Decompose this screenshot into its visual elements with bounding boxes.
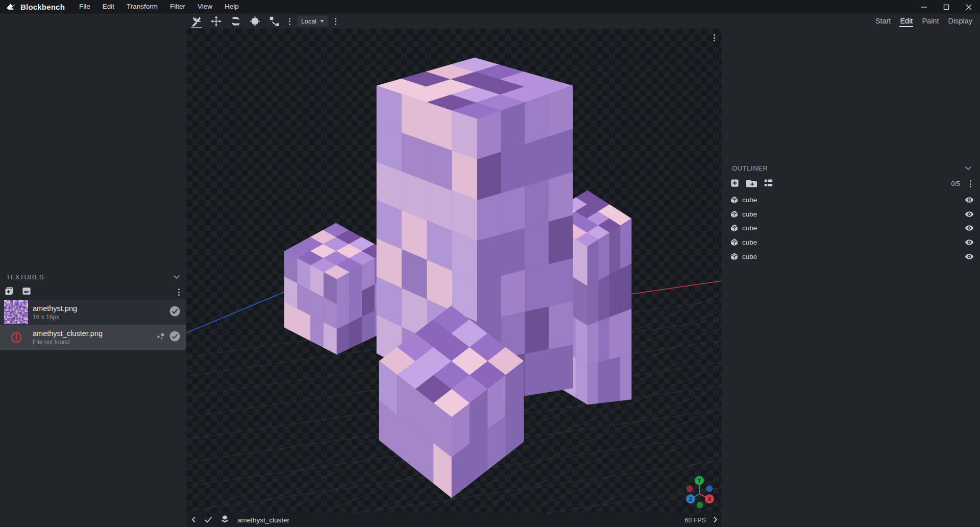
texture-row-icons (169, 306, 180, 319)
tab-display[interactable]: Display (943, 15, 977, 28)
transform-gizmo-tool-button[interactable] (189, 14, 204, 28)
texture-thumbnail (4, 300, 28, 324)
outliner-item-label: cube (742, 238, 757, 246)
toolbar-customize-menu-icon[interactable] (332, 15, 339, 28)
cube-icon (730, 196, 739, 204)
add-group-button[interactable] (746, 178, 757, 190)
menu-edit[interactable]: Edit (97, 0, 119, 14)
texture-list: amethyst.png16 x 16pxamethyst_cluster.pn… (0, 300, 186, 350)
transform-space-value: Local (301, 18, 316, 25)
pivot-tool-button[interactable] (247, 14, 262, 28)
texture-detail: 16 x 16px (33, 314, 77, 321)
menu-transform[interactable]: Transform (121, 0, 163, 14)
menu-file[interactable]: File (74, 0, 95, 14)
blockbench-logo-icon (6, 3, 16, 11)
outliner-panel-menu-icon[interactable] (967, 178, 974, 190)
texture-enabled-check-icon[interactable] (169, 306, 180, 319)
create-texture-button[interactable] (21, 286, 32, 298)
visibility-eye-icon[interactable] (965, 253, 974, 260)
svg-text:Z: Z (689, 496, 692, 502)
particle-texture-icon[interactable] (156, 332, 165, 343)
import-texture-button[interactable] (4, 286, 14, 298)
outliner-item-label: cube (742, 253, 757, 260)
textures-panel-title: TEXTURES (6, 273, 44, 281)
toolbar-overflow-menu-icon[interactable] (286, 15, 293, 28)
outliner-item-label: cube (742, 210, 757, 218)
texture-meta: amethyst.png16 x 16px (33, 304, 77, 321)
texture-enabled-check-icon[interactable] (169, 331, 180, 344)
right-panel: OUTLINER 0/5 cubecu (722, 29, 980, 527)
outliner-panel-header[interactable]: OUTLINER (726, 161, 978, 175)
textures-panel-menu-icon[interactable] (175, 286, 182, 298)
statusbar: amethyst_cluster 60 FPS (186, 513, 722, 527)
outliner-row-cube[interactable]: cube (726, 249, 978, 264)
tab-start[interactable]: Start (871, 15, 896, 28)
minimize-button[interactable] (913, 0, 935, 14)
chevron-down-icon[interactable] (965, 164, 972, 172)
chevron-down-icon (320, 20, 324, 22)
textures-toolbar (0, 284, 186, 300)
texture-detail: File not found (33, 339, 103, 346)
rotate-tool-button[interactable] (228, 14, 243, 28)
outliner-item-label: cube (742, 196, 757, 204)
selection-counter: 0/5 (951, 180, 960, 187)
visibility-eye-icon[interactable] (965, 239, 974, 246)
visibility-eye-icon[interactable] (965, 225, 974, 231)
menu-filter[interactable]: Filter (165, 0, 190, 14)
main-toolbar: Local (189, 14, 339, 29)
texture-row-icons (156, 331, 180, 344)
titlebar: Blockbench FileEditTransformFilterViewHe… (0, 0, 980, 14)
top-toolbar-strip: Local StartEditPaintDisplay (0, 14, 980, 29)
app-title: Blockbench (20, 3, 65, 11)
texture-meta: amethyst_cluster.pngFile not found (33, 329, 103, 346)
cube-icon (730, 252, 739, 261)
cube-icon (730, 210, 739, 219)
outliner-panel-title: OUTLINER (732, 164, 768, 172)
model-format-icon[interactable] (220, 515, 229, 525)
viewport-menu-icon[interactable] (710, 32, 718, 44)
outliner-row-cube[interactable]: cube (726, 193, 978, 207)
outliner-toolbar: 0/5 (726, 177, 978, 191)
close-button[interactable] (958, 0, 980, 14)
vertex-snap-tool-button[interactable] (266, 14, 282, 28)
sidebar-expand-right-icon[interactable] (713, 516, 718, 525)
outliner-list: cubecubecubecubecube (726, 193, 978, 264)
menu-help[interactable]: Help (219, 0, 244, 14)
tab-edit[interactable]: Edit (895, 15, 917, 28)
svg-text:X: X (708, 496, 712, 502)
model-name[interactable]: amethyst_cluster (237, 516, 289, 524)
texture-name: amethyst_cluster.png (33, 329, 103, 338)
mode-tabs: StartEditPaintDisplay (871, 14, 977, 29)
validation-check-icon[interactable] (204, 516, 212, 525)
sidebar-collapse-left-icon[interactable] (191, 516, 196, 525)
transform-space-dropdown[interactable]: Local (297, 16, 328, 27)
texture-error-icon (4, 325, 28, 349)
visibility-eye-icon[interactable] (965, 197, 974, 203)
window-controls (913, 0, 980, 14)
menu-view[interactable]: View (192, 0, 217, 14)
maximize-button[interactable] (935, 0, 958, 14)
visibility-eye-icon[interactable] (965, 211, 974, 218)
move-tool-button[interactable] (208, 14, 224, 28)
model-scene: YXZ (186, 29, 722, 513)
outliner-item-label: cube (742, 224, 757, 232)
texture-row[interactable]: amethyst_cluster.pngFile not found (0, 325, 186, 350)
left-panel: TEXTURES amethyst.png16 x 16pxamethyst_c… (0, 29, 186, 527)
fps-counter: 60 FPS (684, 517, 706, 524)
outliner-row-cube[interactable]: cube (726, 221, 978, 235)
svg-text:Y: Y (698, 478, 701, 484)
add-cube-button[interactable] (730, 178, 740, 190)
menubar: FileEditTransformFilterViewHelp (74, 0, 244, 14)
texture-name: amethyst.png (33, 304, 77, 313)
toggle-outliner-view-button[interactable] (764, 179, 773, 189)
3d-viewport[interactable]: YXZ (186, 29, 722, 513)
cube-icon (730, 238, 739, 247)
tab-paint[interactable]: Paint (917, 15, 943, 28)
texture-row[interactable]: amethyst.png16 x 16px (0, 300, 186, 325)
chevron-down-icon[interactable] (173, 273, 180, 281)
textures-panel-header[interactable]: TEXTURES (0, 270, 186, 283)
cube-icon (730, 224, 739, 232)
outliner-row-cube[interactable]: cube (726, 207, 978, 222)
outliner-row-cube[interactable]: cube (726, 235, 978, 250)
